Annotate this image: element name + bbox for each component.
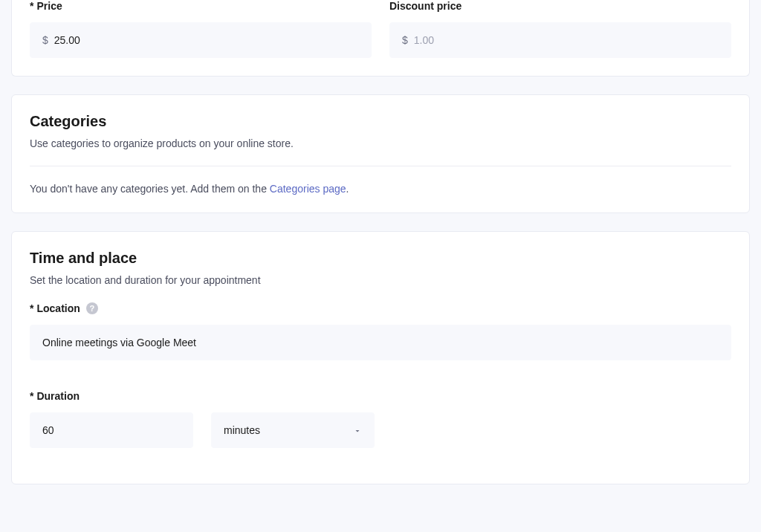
required-indicator: * bbox=[30, 0, 33, 12]
time-place-desc: Set the location and duration for your a… bbox=[30, 274, 731, 286]
time-place-card: Time and place Set the location and dura… bbox=[11, 231, 750, 484]
required-indicator: * bbox=[30, 302, 33, 314]
required-indicator: * bbox=[30, 390, 33, 402]
discount-price-placeholder: 1.00 bbox=[414, 34, 434, 46]
categories-desc: Use categories to organize products on y… bbox=[30, 137, 731, 149]
currency-prefix: $ bbox=[42, 34, 48, 46]
discount-price-label-text: Discount price bbox=[389, 0, 462, 12]
duration-label-text: Duration bbox=[36, 390, 80, 402]
location-label-text: Location bbox=[36, 302, 80, 314]
categories-empty-text: You don't have any categories yet. Add t… bbox=[30, 183, 731, 195]
currency-prefix: $ bbox=[402, 34, 408, 46]
duration-label: * Duration bbox=[30, 390, 731, 402]
duration-value: 60 bbox=[42, 424, 54, 436]
categories-empty-prefix: You don't have any categories yet. Add t… bbox=[30, 183, 270, 195]
price-label: * Price bbox=[30, 0, 372, 12]
duration-unit-value: minutes bbox=[224, 424, 260, 436]
categories-title: Categories bbox=[30, 113, 731, 130]
location-value: Online meetings via Google Meet bbox=[42, 337, 196, 348]
price-label-text: Price bbox=[36, 0, 62, 12]
duration-value-input[interactable]: 60 bbox=[30, 412, 193, 448]
chevron-down-icon bbox=[353, 426, 362, 435]
time-place-title: Time and place bbox=[30, 250, 731, 267]
categories-page-link[interactable]: Categories page bbox=[270, 183, 346, 195]
price-input[interactable]: $ 25.00 bbox=[30, 22, 372, 58]
duration-unit-select[interactable]: minutes bbox=[211, 412, 375, 448]
discount-price-input[interactable]: $ 1.00 bbox=[389, 22, 731, 58]
location-input[interactable]: Online meetings via Google Meet bbox=[30, 325, 731, 360]
price-value: 25.00 bbox=[54, 34, 80, 46]
divider bbox=[30, 166, 731, 166]
help-icon[interactable]: ? bbox=[86, 302, 98, 314]
categories-empty-suffix: . bbox=[346, 183, 349, 195]
location-label: * Location ? bbox=[30, 302, 731, 314]
categories-card: Categories Use categories to organize pr… bbox=[11, 94, 750, 213]
pricing-card: * Price $ 25.00 Discount price $ 1.00 bbox=[11, 0, 750, 77]
discount-price-label: Discount price bbox=[389, 0, 731, 12]
